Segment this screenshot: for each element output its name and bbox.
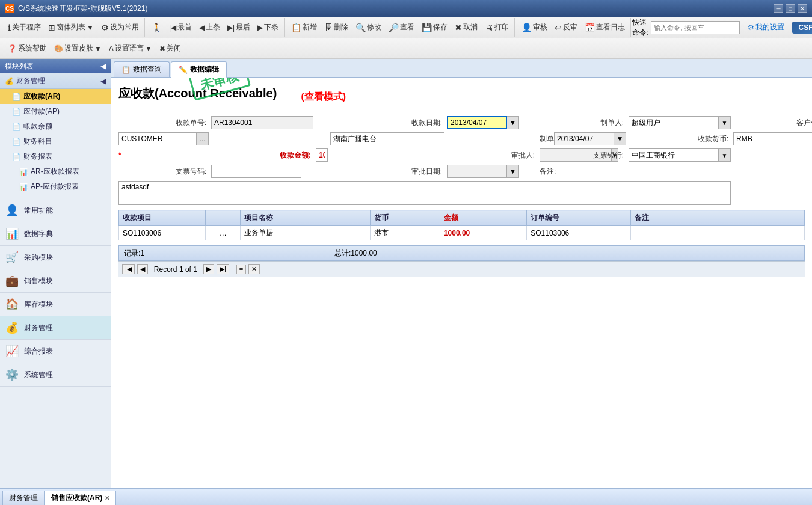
new-icon: 📋 — [291, 23, 301, 32]
first-button[interactable]: |◀ 最首 — [166, 20, 195, 34]
nav-prev-button[interactable]: ◀ — [137, 264, 148, 274]
my-settings-button[interactable]: ⚙ 我的设置 — [745, 20, 787, 34]
close-window-button[interactable]: ✕ — [798, 4, 807, 13]
customer-name-input[interactable] — [330, 132, 444, 145]
sidebar-nav-inventory[interactable]: 🏠 库存模块 — [0, 293, 111, 316]
sidebar-item-ap-report[interactable]: 📊 AP-应付款报表 — [0, 179, 111, 194]
created-by-browse-button[interactable]: ▼ — [719, 116, 731, 129]
last-button[interactable]: ▶| 最后 — [224, 20, 253, 34]
sidebar-nav-sysadmin[interactable]: ⚙️ 系统管理 — [0, 363, 111, 387]
currency-input[interactable] — [733, 132, 812, 145]
bottom-tab-bar: 财务管理 销售应收款(AR) ✕ — [0, 488, 812, 505]
receipt-date-input[interactable] — [447, 116, 507, 129]
about-program-button[interactable]: ℹ 关于程序 — [5, 20, 44, 34]
sidebar-item-ar[interactable]: 📄 应收款(AR) — [0, 89, 111, 104]
sidebar-nav-purchase[interactable]: 🛒 采购模块 — [0, 246, 111, 269]
bottom-tab-finance[interactable]: 财务管理 — [2, 491, 45, 506]
bank-browse-button[interactable]: ▼ — [719, 148, 731, 162]
modify-button[interactable]: 🔍 修改 — [352, 20, 384, 34]
sidebar-nav-finance[interactable]: 💰 财务管理 — [0, 316, 111, 340]
reverse-audit-button[interactable]: ↩ 反审 — [552, 20, 580, 34]
system-help-button[interactable]: ❓ 系统帮助 — [5, 41, 50, 55]
total-amount-label: 总计:1000.00 — [334, 248, 377, 259]
audit-button[interactable]: 👤 审核 — [518, 20, 550, 34]
edit-tab-label: 数据编辑 — [190, 64, 219, 75]
subject-icon: 📄 — [12, 138, 21, 146]
delete-button[interactable]: 🗄 删除 — [321, 20, 351, 34]
nav-first-button[interactable]: |◀ — [122, 264, 135, 274]
remarks-textarea[interactable]: asfdasdf — [118, 181, 731, 205]
save-button[interactable]: 💾 保存 — [419, 20, 451, 34]
created-by-input[interactable] — [629, 116, 719, 129]
amount-input[interactable] — [316, 148, 328, 162]
tab-query[interactable]: 📋 数据查询 — [114, 61, 170, 77]
new-button[interactable]: 📋 新增 — [288, 20, 320, 34]
cell-receipt-item: SO1103006 — [119, 226, 206, 240]
col-header-order-no: 订单编号 — [527, 210, 631, 226]
created-date-input[interactable] — [554, 132, 614, 145]
walk-icon-button[interactable]: 🚶 — [149, 21, 165, 34]
close-button[interactable]: ✖ 关闭 — [156, 41, 184, 55]
sidebar-collapse-icon[interactable]: ◀ — [100, 62, 106, 70]
set-default-button[interactable]: ⚙ 设为常用 — [98, 20, 142, 34]
nav-next-button[interactable]: ▶ — [203, 264, 214, 274]
delete-icon: 🗄 — [324, 23, 333, 32]
nav-add-row-button[interactable]: ≡ — [236, 265, 246, 274]
sidebar-nav-datadict[interactable]: 📊 数据字典 — [0, 222, 111, 246]
next-button[interactable]: ▶ 下条 — [254, 20, 281, 34]
query-button[interactable]: 🔎 查看 — [386, 20, 417, 34]
view-log-button[interactable]: 📅 查看日志 — [582, 20, 628, 34]
receipt-date-picker-button[interactable]: ▼ — [507, 116, 519, 129]
customer-code-browse-button[interactable]: … — [197, 132, 209, 145]
audit-date-input[interactable] — [447, 165, 507, 178]
receipt-no-label: 收款单号: — [118, 118, 209, 128]
bank-input[interactable] — [629, 148, 719, 162]
check-no-input[interactable] — [211, 165, 301, 178]
sidebar-item-ar-report[interactable]: 📊 AR-应收款报表 — [0, 164, 111, 179]
nav-last-button[interactable]: ▶| — [217, 264, 229, 274]
language-icon: A — [109, 44, 114, 53]
prev-button[interactable]: ◀ 上条 — [196, 20, 223, 34]
sidebar-ar-report-label: AR-应收款报表 — [31, 167, 79, 177]
ar-icon: 📄 — [12, 93, 21, 101]
sysadmin-icon: ⚙️ — [5, 368, 19, 381]
sidebar-item-finance-report[interactable]: 📄 财务报表 — [0, 149, 111, 164]
sidebar-item-balance[interactable]: 📄 帐款余额 — [0, 119, 111, 134]
receipt-no-input[interactable] — [211, 116, 313, 129]
sidebar-item-ap[interactable]: 📄 应付款(AP) — [0, 104, 111, 119]
reports-icon: 📈 — [5, 344, 19, 358]
created-date-picker-button[interactable]: ▼ — [614, 132, 626, 145]
sidebar-finance-group: 💰 财务管理 ◀ 📄 应收款(AR) 📄 应付款(AP) 📄 帐款余额 📄 财务… — [0, 73, 111, 194]
window-list-button[interactable]: ⊞ 窗体列表 ▼ — [45, 20, 97, 34]
audit-date-picker-button[interactable]: ▼ — [507, 165, 519, 178]
sidebar-nav-sales[interactable]: 💼 销售模块 — [0, 269, 111, 293]
sidebar-nav-sysadmin-label: 系统管理 — [24, 370, 53, 380]
customer-code-input[interactable] — [118, 132, 197, 145]
lang-dropdown-icon: ▼ — [145, 44, 152, 53]
bottom-tab-ar[interactable]: 销售应收款(AR) ✕ — [45, 491, 116, 506]
created-by-field: ▼ — [629, 116, 731, 129]
table-row[interactable]: SO1103006 … 业务单据 港市 1000.00 SO1103006 — [119, 226, 805, 240]
print-button[interactable]: 🖨 打印 — [482, 20, 512, 34]
minimize-button[interactable]: ─ — [774, 4, 783, 13]
sidebar-item-subject[interactable]: 📄 财务科目 — [0, 134, 111, 149]
sidebar-nav-reports[interactable]: 📈 综合报表 — [0, 340, 111, 363]
nav-delete-row-button[interactable]: ✕ — [248, 264, 260, 274]
cancel-button[interactable]: ✖ 取消 — [452, 20, 481, 34]
sidebar-group-finance-header[interactable]: 💰 财务管理 ◀ — [0, 73, 111, 89]
created-date-label: 制单日期: — [540, 134, 552, 144]
tab-edit[interactable]: ✏️ 数据编辑 — [171, 61, 227, 78]
restore-button[interactable]: □ — [786, 4, 795, 13]
cell-order-no: SO1103006 — [527, 226, 631, 240]
sidebar-nav-inventory-label: 库存模块 — [24, 299, 53, 310]
bottom-tab-ar-close[interactable]: ✕ — [105, 495, 109, 501]
set-skin-button[interactable]: 🎨 设置皮肤 ▼ — [51, 41, 105, 55]
star-icon: ⚙ — [101, 23, 109, 32]
sidebar-nav-common[interactable]: 👤 常用功能 — [0, 199, 111, 222]
toolbar-row2: ❓ 系统帮助 🎨 设置皮肤 ▼ A 设置语言 ▼ ✖ 关闭 — [0, 38, 812, 59]
cell-ops[interactable]: … — [206, 226, 241, 240]
window-controls[interactable]: ─ □ ✕ — [774, 4, 807, 13]
set-language-button[interactable]: A 设置语言 ▼ — [106, 41, 155, 55]
toolbar-group-help: ❓ 系统帮助 🎨 设置皮肤 ▼ A 设置语言 ▼ ✖ 关闭 — [2, 40, 186, 57]
quick-cmd-input[interactable] — [651, 21, 740, 34]
